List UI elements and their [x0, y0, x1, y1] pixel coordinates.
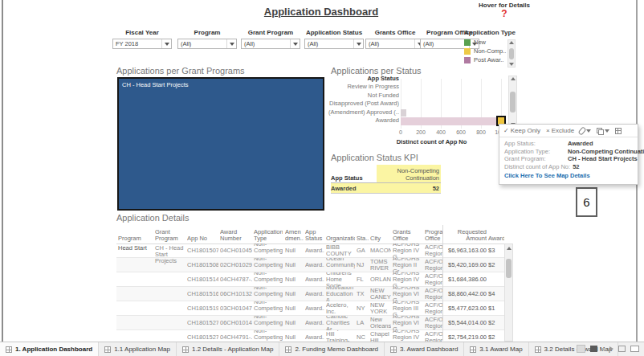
column-header[interactable]: Award Number: [220, 224, 252, 243]
kpi-table: App Status Non-Competing Continuation Aw…: [331, 165, 441, 194]
category-label[interactable]: Awarded: [321, 117, 399, 125]
table-cell: Null: [285, 330, 304, 342]
tab-application-dashboard[interactable]: 1. Application Dashboard: [0, 342, 99, 356]
tab-funding-memo-dashboard[interactable]: 2. Funding Memo Dashboard: [279, 342, 385, 356]
map-details-link[interactable]: Click Here To See Map Details: [504, 172, 633, 179]
legend-item-label: New: [474, 39, 486, 46]
filter-value: (All): [181, 40, 191, 47]
tab-label: 2. Funding Memo Dashboard: [295, 346, 378, 353]
category-label[interactable]: Review in Progress: [321, 83, 399, 91]
play-icon[interactable]: [609, 346, 613, 351]
table-cell: Null: [285, 301, 304, 316]
presentation-mode-icon[interactable]: [630, 346, 639, 352]
tab-details-application-map[interactable]: 1.2 Details - Application Map: [177, 342, 279, 356]
column-header[interactable]: Award.: [488, 224, 504, 243]
column-header[interactable]: City: [370, 224, 391, 243]
table-row[interactable]: CH18015146 04CH4787-.. Non-Competing .. …: [116, 272, 505, 287]
scrollbar-thumb[interactable]: [509, 48, 514, 59]
column-header[interactable]: Sta..: [357, 224, 369, 243]
category-label[interactable]: (Amendment) Approved (..: [321, 108, 399, 117]
dropdown-arrow-icon[interactable]: [290, 39, 300, 48]
fiscal-year-dropdown[interactable]: FY 2018: [112, 39, 172, 49]
table-cell: 04CH4791-..: [220, 330, 252, 342]
purple-swatch-icon: [464, 57, 471, 63]
column-header[interactable]: Organization: [326, 224, 355, 243]
table-cell: Null: [285, 287, 304, 301]
table-cell: Non-Competing ..: [254, 301, 283, 316]
table-cell: $1,684,386.00: [444, 272, 487, 287]
column-header[interactable]: Application Type: [254, 224, 283, 243]
table-row[interactable]: Head Start CH - Head Start Projects CH18…: [116, 243, 505, 258]
program-dropdown[interactable]: (All): [177, 39, 237, 49]
scroll-down-icon[interactable]: [509, 63, 514, 66]
filter-label: Grant Program: [241, 29, 300, 36]
grant-program-dropdown[interactable]: (All): [241, 39, 300, 49]
column-header[interactable]: Program Office: [425, 224, 442, 243]
table-cell: $2: [488, 330, 504, 342]
kpi-row-axis-header[interactable]: App Status: [331, 165, 377, 182]
table-cell: Acelero, Inc.: [326, 301, 355, 316]
treemap-title: Applications per Grant Programs: [116, 66, 245, 76]
column-header[interactable]: App No: [187, 224, 218, 243]
treemap-cell-head-start[interactable]: CH - Head Start Projects: [117, 77, 324, 211]
table-cell: CH - Head Start Projects: [155, 243, 185, 264]
filter-value: FY 2018: [116, 40, 138, 47]
bar-amendment-approved[interactable]: [401, 109, 406, 117]
kpi-column-header[interactable]: Non-Competing Continuation: [377, 165, 441, 182]
table-cell: Non-Competing ..: [254, 316, 283, 330]
details-table-scrollbar[interactable]: [504, 243, 513, 342]
x-tick: 0: [391, 129, 410, 135]
view-data-button[interactable]: [615, 128, 622, 134]
scroll-up-icon[interactable]: [509, 41, 514, 44]
table-row[interactable]: CH18015272 06CH01014.. Non-Competing .. …: [116, 316, 505, 330]
exclude-button[interactable]: × Exclude: [546, 127, 574, 134]
scroll-up-icon[interactable]: [507, 247, 512, 250]
page-title: Application Dashboard: [201, 6, 442, 18]
table-row[interactable]: CH18015164 06CH10132.. Non-Competing .. …: [116, 287, 505, 301]
category-label[interactable]: Disapproved (Post Award): [321, 100, 399, 108]
tab-label: 1.1 Application Map: [114, 346, 170, 353]
tooltip-field: Distinct count of App No: 52: [504, 163, 633, 171]
bar-awarded[interactable]: [401, 117, 506, 125]
tooltip-field: Application Type: Non-Competing Continua…: [504, 148, 633, 156]
table-cell: $2: [488, 258, 504, 272]
status-chart-scrollbar[interactable]: [508, 76, 517, 128]
kpi-data-row[interactable]: Awarded 52: [331, 183, 441, 194]
dropdown-arrow-icon[interactable]: [226, 39, 236, 48]
current-view-icon[interactable]: [590, 346, 597, 352]
column-header[interactable]: Grants Office: [393, 224, 423, 243]
dropdown-arrow-icon[interactable]: [353, 39, 363, 48]
column-header[interactable]: Amen dmen..: [285, 224, 304, 243]
scrollbar-thumb[interactable]: [506, 259, 512, 278]
table-cell: ACF/OHS Region..: [425, 243, 442, 258]
create-set-button[interactable]: [597, 128, 609, 134]
table-cell: Ocean Community ..: [326, 258, 355, 272]
column-header[interactable]: Program: [118, 224, 153, 243]
category-label[interactable]: Not Funded: [321, 92, 399, 100]
tab-label: 1. Application Dashboard: [15, 346, 92, 353]
grants-office-dropdown[interactable]: (All): [365, 39, 425, 49]
table-cell: $1: [488, 301, 504, 316]
dropdown-arrow-icon[interactable]: [161, 39, 171, 48]
column-header[interactable]: Requested Amount: [444, 224, 487, 243]
treemap-cell-label: CH - Head Start Projects: [122, 81, 189, 88]
scrollbar-thumb[interactable]: [510, 92, 516, 113]
tab-award-map[interactable]: 3.1 Award Map: [464, 342, 528, 356]
column-header[interactable]: Grant Program: [155, 224, 185, 243]
application-status-dropdown[interactable]: (All): [304, 39, 364, 49]
group-members-button[interactable]: [580, 127, 591, 135]
table-row[interactable]: CH18015192 03CH01047.. Non-Competing .. …: [116, 301, 505, 316]
tab-application-map[interactable]: 1.1 Application Map: [99, 342, 177, 356]
mark-tooltip: ✓ Keep Only × Exclude App Status: A: [499, 124, 638, 185]
keep-only-button[interactable]: ✓ Keep Only: [503, 127, 540, 134]
grid-view-icon[interactable]: [577, 345, 585, 353]
table-cell: Award..: [305, 258, 324, 272]
column-header[interactable]: App Status: [305, 224, 324, 243]
legend-scrollbar[interactable]: [507, 39, 516, 68]
help-question-icon[interactable]: ?: [468, 9, 540, 18]
table-row[interactable]: CH18015277 04CH4791-.. Non-Competing .. …: [116, 330, 505, 342]
fit-screen-icon[interactable]: [618, 346, 626, 352]
tab-award-dashboard[interactable]: 3. Award Dashboard: [385, 342, 464, 356]
scroll-up-icon[interactable]: [511, 77, 516, 80]
table-cell: Childrens Home Socie..: [326, 272, 355, 287]
